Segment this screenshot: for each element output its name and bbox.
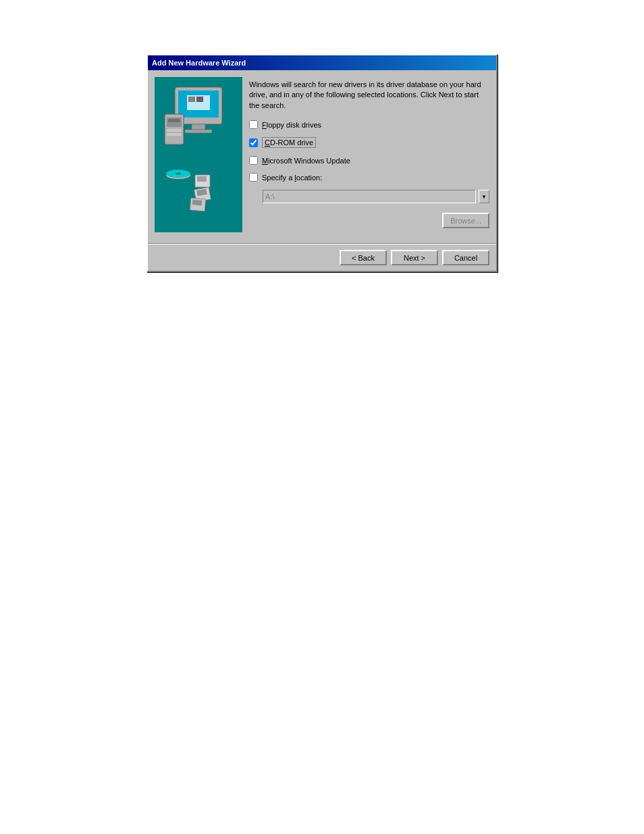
location-input[interactable] <box>263 190 476 203</box>
svg-rect-12 <box>168 119 180 122</box>
winupdate-label[interactable]: Microsoft Windows Update <box>262 157 350 165</box>
cancel-button[interactable]: Cancel <box>442 250 489 265</box>
dialog-title: Add New Hardware Wizard <box>152 59 246 67</box>
cdrom-checkbox-row: CD-ROM drive <box>249 137 489 148</box>
floppy-label[interactable]: Floppy disk drives <box>262 121 321 129</box>
svg-rect-11 <box>167 133 182 136</box>
svg-rect-18 <box>197 176 207 182</box>
wizard-illustration <box>158 80 239 229</box>
svg-point-16 <box>176 173 181 175</box>
button-bar: < Back Next > Cancel <box>148 244 496 271</box>
browse-button[interactable]: Browse... <box>442 213 489 228</box>
cdrom-label-box: CD-ROM drive <box>262 137 316 148</box>
svg-rect-22 <box>192 199 203 205</box>
location-checkbox-row: Specify a location: <box>249 173 489 182</box>
floppy-checkbox[interactable] <box>249 120 258 129</box>
svg-rect-10 <box>167 129 182 132</box>
winupdate-checkbox[interactable] <box>249 156 258 165</box>
location-dropdown-button[interactable]: ▼ <box>479 190 489 203</box>
svg-rect-4 <box>188 97 195 102</box>
location-input-row: ▼ <box>263 190 489 203</box>
main-area: Windows will search for new drivers in i… <box>148 70 496 239</box>
location-label[interactable]: Specify a location: <box>262 174 322 182</box>
winupdate-checkbox-row: Microsoft Windows Update <box>249 156 489 165</box>
add-hardware-wizard-dialog: Add New Hardware Wizard <box>146 54 498 272</box>
floppy-checkbox-row: Floppy disk drives <box>249 120 489 129</box>
svg-rect-5 <box>196 97 203 102</box>
description-text: Windows will search for new drivers in i… <box>249 80 489 111</box>
svg-rect-6 <box>192 124 205 130</box>
back-button[interactable]: < Back <box>340 250 387 265</box>
content-area: Windows will search for new drivers in i… <box>249 77 489 232</box>
svg-rect-7 <box>185 130 212 133</box>
cdrom-checkbox[interactable] <box>249 138 258 147</box>
illustration-panel <box>155 77 242 232</box>
title-bar: Add New Hardware Wizard <box>148 55 496 70</box>
next-button[interactable]: Next > <box>391 250 438 265</box>
cdrom-label[interactable]: CD-ROM drive <box>262 137 316 148</box>
browse-row: Browse... <box>249 213 489 228</box>
location-checkbox[interactable] <box>249 173 258 182</box>
dialog-body: Windows will search for new drivers in i… <box>148 70 496 271</box>
